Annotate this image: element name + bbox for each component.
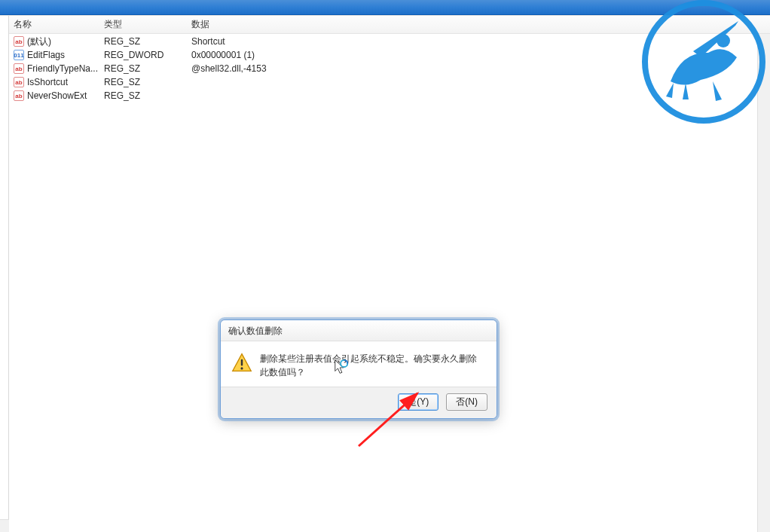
- list-pane[interactable]: 名称 类型 数据 ab (默认) REG_SZ Shortcut 011 Edi…: [9, 16, 770, 532]
- table-row[interactable]: ab IsShortcut REG_SZ: [9, 75, 770, 89]
- table-row[interactable]: ab FriendlyTypeNa... REG_SZ @shell32.dll…: [9, 62, 770, 75]
- row-type: REG_SZ: [99, 62, 187, 75]
- table-row[interactable]: ab (默认) REG_SZ Shortcut: [9, 35, 770, 48]
- svg-rect-1: [241, 359, 243, 366]
- grid-header: 名称 类型 数据: [9, 16, 770, 34]
- row-data: [187, 75, 770, 89]
- reg-string-icon: ab: [14, 36, 24, 47]
- reg-binary-icon: 011: [14, 50, 24, 60]
- scrollbar-vertical[interactable]: [757, 34, 770, 532]
- row-name: EditFlags: [27, 50, 65, 60]
- row-data: Shortcut: [187, 35, 770, 48]
- column-header-data[interactable]: 数据: [187, 16, 770, 33]
- warning-icon: [231, 352, 252, 373]
- row-type: REG_DWORD: [99, 48, 187, 62]
- row-data: [187, 89, 770, 102]
- row-type: REG_SZ: [99, 35, 187, 48]
- row-name: IsShortcut: [27, 77, 68, 87]
- column-header-type[interactable]: 类型: [99, 16, 187, 33]
- reg-string-icon: ab: [14, 90, 24, 101]
- dialog-footer: 是(Y) 否(N): [221, 387, 497, 418]
- no-button[interactable]: 否(N): [446, 393, 487, 411]
- row-name: NeverShowExt: [27, 90, 87, 101]
- row-name: (默认): [27, 35, 51, 48]
- svg-point-2: [240, 367, 243, 369]
- tree-pane[interactable]: [0, 16, 9, 532]
- dialog-message: 删除某些注册表值会引起系统不稳定。确实要永久删除此数值吗？: [260, 352, 484, 379]
- scrollbar-horizontal[interactable]: [0, 519, 9, 532]
- table-row[interactable]: ab NeverShowExt REG_SZ: [9, 89, 770, 102]
- grid-rows: ab (默认) REG_SZ Shortcut 011 EditFlags RE…: [9, 34, 770, 102]
- confirm-delete-dialog: 确认数值删除 删除某些注册表值会引起系统不稳定。确实要永久删除此数值吗？ 是(Y…: [220, 320, 497, 419]
- row-type: REG_SZ: [99, 89, 187, 102]
- window-titlebar: [0, 0, 770, 15]
- dialog-title: 确认数值删除: [221, 320, 497, 341]
- reg-string-icon: ab: [14, 63, 24, 74]
- row-name: FriendlyTypeNa...: [27, 63, 98, 74]
- column-header-name[interactable]: 名称: [9, 16, 99, 33]
- row-type: REG_SZ: [99, 75, 187, 89]
- table-row[interactable]: 011 EditFlags REG_DWORD 0x00000001 (1): [9, 48, 770, 62]
- row-data: @shell32.dll,-4153: [187, 62, 770, 75]
- main-area: 名称 类型 数据 ab (默认) REG_SZ Shortcut 011 Edi…: [0, 15, 770, 532]
- reg-string-icon: ab: [14, 77, 24, 87]
- yes-button[interactable]: 是(Y): [398, 393, 438, 411]
- row-data: 0x00000001 (1): [187, 48, 770, 62]
